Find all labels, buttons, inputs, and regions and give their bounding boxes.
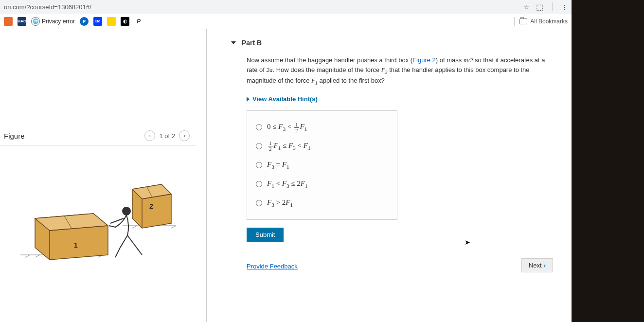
figure-image: 2 1 — [0, 145, 197, 277]
bookmark-icon-square[interactable]: ◐ — [121, 17, 129, 26]
radio-icon — [256, 181, 262, 187]
box-2-label: 2 — [149, 202, 153, 210]
radio-icon — [256, 143, 262, 149]
figure-next-button[interactable]: › — [179, 130, 190, 141]
option-b[interactable]: 12F1 ≤ F3 < F1 — [256, 137, 388, 156]
next-button[interactable]: Next› — [521, 258, 553, 272]
view-hints-button[interactable]: View Available Hint(s) — [247, 94, 553, 104]
radio-icon — [256, 200, 262, 206]
question-pane: Part B Now assume that the baggage handl… — [207, 29, 572, 322]
option-a[interactable]: 0 ≤ F3 < 12F1 — [256, 118, 388, 137]
url-bar: on.com/?courseId=13068201#/ ☆ ⬚ ⋮ — [0, 0, 572, 14]
svg-line-5 — [171, 226, 176, 228]
svg-point-17 — [123, 207, 130, 215]
svg-line-6 — [132, 226, 137, 228]
figure-label: Figure — [4, 132, 25, 140]
answer-options: 0 ≤ F3 < 12F1 12F1 ≤ F3 < F1 F3 = F1 F1 … — [247, 110, 397, 219]
bookmark-icon-paypal[interactable]: P — [134, 17, 143, 26]
bookmark-icon-orange[interactable] — [4, 17, 13, 26]
bookmark-icon-hac[interactable]: HAC — [18, 17, 26, 26]
cursor-icon: ➤ — [465, 238, 470, 246]
bookmark-privacy-error[interactable]: 🌐 Privacy error — [31, 17, 75, 26]
url-text: on.com/?courseId=13068201#/ — [4, 3, 523, 11]
bookmark-icon-p[interactable]: P — [80, 17, 89, 26]
extension-icon[interactable]: ⬚ — [536, 2, 543, 12]
bookmark-label: Privacy error — [42, 18, 75, 25]
svg-line-2 — [35, 255, 40, 257]
star-icon[interactable]: ☆ — [523, 3, 529, 11]
figure-nav-text: 1 of 2 — [159, 132, 175, 140]
figure-pane: Figure ‹ 1 of 2 › — [0, 29, 207, 322]
bookmark-icon-be[interactable]: Bē — [93, 17, 102, 26]
bookmark-icon-yellow[interactable] — [107, 17, 116, 26]
box-1-label: 1 — [74, 241, 78, 249]
part-title: Part B — [242, 39, 262, 47]
question-text: Now assume that the baggage handler push… — [247, 55, 553, 272]
figure-2-link[interactable]: Figure 2 — [412, 56, 436, 64]
chevron-right-icon: › — [544, 262, 546, 269]
caret-right-icon — [247, 97, 250, 102]
divider — [552, 2, 553, 11]
option-d[interactable]: F1 < F3 ≤ 2F1 — [256, 175, 388, 194]
radio-icon — [256, 162, 262, 168]
figure-prev-button[interactable]: ‹ — [144, 130, 155, 141]
all-bookmarks-link[interactable]: All Bookmarks — [530, 18, 568, 25]
radio-icon — [256, 124, 262, 130]
menu-icon[interactable]: ⋮ — [561, 3, 568, 11]
hints-label: View Available Hint(s) — [252, 94, 318, 104]
option-c[interactable]: F3 = F1 — [256, 156, 388, 175]
folder-icon — [519, 18, 527, 24]
submit-button[interactable]: Submit — [247, 228, 284, 242]
next-label: Next — [529, 262, 542, 269]
option-e[interactable]: F3 > 2F1 — [256, 194, 388, 213]
provide-feedback-link[interactable]: Provide Feedback — [247, 262, 298, 271]
divider — [514, 17, 515, 26]
bookmarks-bar: HAC 🌐 Privacy error P Bē ◐ P All Bookmar… — [0, 14, 572, 29]
svg-line-1 — [25, 255, 30, 257]
part-header[interactable]: Part B — [231, 39, 557, 47]
caret-down-icon — [231, 41, 236, 44]
globe-icon: 🌐 — [31, 17, 40, 26]
